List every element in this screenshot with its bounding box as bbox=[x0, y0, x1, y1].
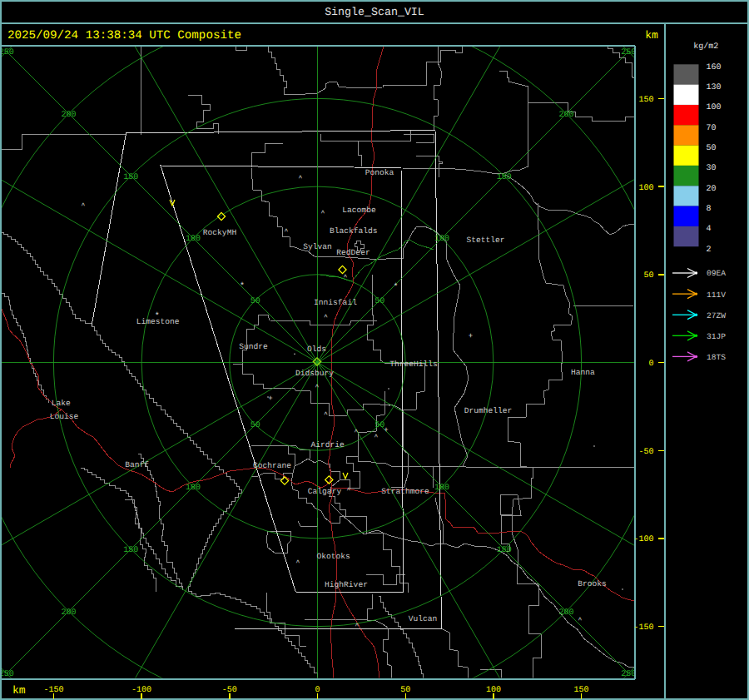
svg-text:Okotoks: Okotoks bbox=[317, 552, 350, 561]
svg-text:18TS: 18TS bbox=[707, 353, 726, 362]
svg-text:27ZW: 27ZW bbox=[707, 311, 726, 320]
svg-text:50: 50 bbox=[400, 686, 410, 695]
svg-text:-150: -150 bbox=[633, 623, 653, 633]
svg-text:50: 50 bbox=[250, 297, 260, 306]
svg-text:30: 30 bbox=[707, 164, 717, 173]
svg-text:*: * bbox=[393, 282, 398, 292]
svg-text:0: 0 bbox=[648, 360, 653, 369]
svg-text:Banff: Banff bbox=[125, 460, 149, 469]
svg-text:100: 100 bbox=[186, 235, 201, 244]
svg-text:ThreeHills: ThreeHills bbox=[389, 360, 438, 369]
svg-text:^: ^ bbox=[324, 411, 328, 419]
svg-text:70: 70 bbox=[707, 124, 717, 133]
svg-text:km: km bbox=[645, 29, 658, 42]
svg-text:^: ^ bbox=[355, 429, 359, 436]
svg-text:50: 50 bbox=[643, 271, 653, 280]
svg-text:100: 100 bbox=[186, 484, 201, 493]
svg-text:200: 200 bbox=[61, 111, 76, 120]
svg-text:100: 100 bbox=[707, 103, 722, 112]
svg-text:RedDeer: RedDeer bbox=[336, 248, 370, 257]
svg-text:Brooks: Brooks bbox=[578, 579, 607, 588]
svg-text:Olds: Olds bbox=[307, 345, 326, 354]
svg-text:200: 200 bbox=[61, 608, 76, 618]
svg-text:130: 130 bbox=[707, 83, 722, 92]
svg-text:-150: -150 bbox=[43, 686, 63, 695]
svg-text:+: + bbox=[268, 395, 272, 403]
svg-text:-100: -100 bbox=[131, 686, 151, 695]
svg-text:Stettler: Stettler bbox=[466, 236, 504, 245]
svg-text:250: 250 bbox=[0, 48, 14, 57]
svg-text:150: 150 bbox=[497, 173, 512, 182]
svg-text:150: 150 bbox=[123, 173, 138, 182]
svg-text:4: 4 bbox=[707, 225, 712, 234]
svg-text:*: * bbox=[155, 311, 160, 321]
svg-text:Ponoka: Ponoka bbox=[365, 168, 394, 177]
svg-text:09EA: 09EA bbox=[707, 269, 726, 278]
svg-text:100: 100 bbox=[486, 686, 501, 695]
svg-text:Single_Scan_VIL: Single_Scan_VIL bbox=[325, 6, 424, 18]
svg-text:Blackfalds: Blackfalds bbox=[330, 226, 378, 236]
svg-text:Vulcan: Vulcan bbox=[409, 614, 438, 623]
svg-text:8: 8 bbox=[707, 205, 712, 214]
svg-text:^: ^ bbox=[355, 623, 360, 630]
svg-text:150: 150 bbox=[638, 96, 653, 105]
svg-text:Airdrie: Airdrie bbox=[310, 440, 345, 449]
svg-text:150: 150 bbox=[497, 546, 512, 555]
svg-text:+: + bbox=[469, 332, 473, 340]
svg-text:-50: -50 bbox=[638, 448, 653, 457]
svg-text:^: ^ bbox=[299, 175, 303, 182]
svg-text:Innisfail: Innisfail bbox=[314, 298, 357, 307]
svg-text:^: ^ bbox=[374, 434, 379, 441]
svg-text:Sundre: Sundre bbox=[239, 342, 268, 351]
svg-text:2025/09/24 13:38:34 UTC Compos: 2025/09/24 13:38:34 UTC Composite bbox=[7, 29, 241, 42]
svg-text:km: km bbox=[12, 684, 26, 697]
svg-text:^: ^ bbox=[347, 487, 351, 494]
svg-text:150: 150 bbox=[123, 546, 138, 555]
svg-text:kg/m2: kg/m2 bbox=[693, 42, 718, 52]
svg-text:Drumheller: Drumheller bbox=[464, 406, 513, 415]
svg-text:Calgary: Calgary bbox=[308, 487, 342, 496]
svg-text:100: 100 bbox=[434, 484, 449, 493]
svg-text:^: ^ bbox=[315, 384, 320, 391]
svg-text:*: * bbox=[240, 281, 245, 291]
svg-text:200: 200 bbox=[558, 111, 573, 120]
svg-text:31JP: 31JP bbox=[707, 332, 726, 341]
svg-text:100: 100 bbox=[638, 184, 653, 193]
svg-text:^: ^ bbox=[321, 210, 325, 217]
svg-text:-50: -50 bbox=[222, 686, 237, 695]
svg-text:HighRiver: HighRiver bbox=[325, 580, 368, 589]
svg-text:Didsbury: Didsbury bbox=[295, 369, 334, 378]
svg-text:20: 20 bbox=[707, 185, 717, 194]
svg-text:111V: 111V bbox=[707, 290, 726, 300]
svg-text:50: 50 bbox=[374, 297, 384, 306]
svg-text:50: 50 bbox=[707, 144, 717, 153]
svg-text:100: 100 bbox=[434, 235, 449, 244]
svg-text:Lake: Lake bbox=[52, 399, 71, 408]
svg-text:160: 160 bbox=[707, 63, 722, 72]
svg-text:200: 200 bbox=[558, 608, 573, 618]
svg-text:^: ^ bbox=[296, 559, 300, 567]
svg-text:^: ^ bbox=[82, 202, 86, 210]
svg-text:0: 0 bbox=[315, 686, 320, 695]
svg-text:Cochrane: Cochrane bbox=[253, 461, 291, 470]
svg-text:^: ^ bbox=[344, 274, 348, 281]
svg-text:^: ^ bbox=[285, 228, 289, 236]
svg-text:Hanna: Hanna bbox=[571, 368, 595, 377]
svg-text:+: + bbox=[384, 426, 388, 434]
svg-text:-100: -100 bbox=[633, 535, 653, 544]
svg-text:2: 2 bbox=[707, 246, 712, 255]
svg-text:Lacombe: Lacombe bbox=[342, 206, 376, 215]
svg-text:Strathmore: Strathmore bbox=[381, 487, 429, 496]
svg-text:Sylvan: Sylvan bbox=[303, 242, 332, 251]
svg-text:50: 50 bbox=[250, 421, 260, 430]
svg-text:^: ^ bbox=[324, 314, 328, 321]
svg-text:^: ^ bbox=[578, 617, 583, 624]
svg-text:150: 150 bbox=[574, 686, 589, 695]
svg-text:RockyMH: RockyMH bbox=[203, 228, 236, 237]
svg-text:Louise: Louise bbox=[50, 412, 79, 421]
